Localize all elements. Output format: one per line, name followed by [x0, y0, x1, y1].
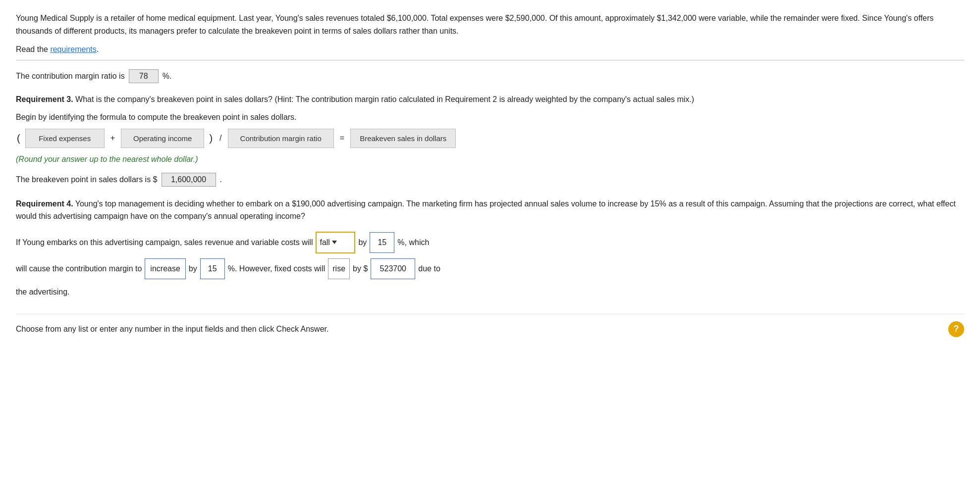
bottom-bar: Choose from any list or enter any number…: [16, 314, 964, 337]
requirements-link[interactable]: requirements: [50, 45, 96, 53]
read-suffix: .: [97, 45, 99, 53]
req4-due-to: due to: [418, 261, 440, 277]
help-label: ?: [954, 324, 959, 334]
req4-percent-suffix2: %. However, fixed costs will: [228, 261, 326, 277]
req4-dollar-input[interactable]: 523700: [371, 258, 415, 279]
fall-dropdown[interactable]: fall: [316, 232, 355, 253]
paren-open: (: [16, 133, 21, 144]
formula-divide: /: [218, 134, 223, 143]
intro-text: Young Medical Supply is a retailer of ho…: [16, 12, 964, 37]
req3-heading: Requirement 3. What is the company's bre…: [16, 93, 964, 106]
req4-percent2-input[interactable]: 15: [200, 258, 225, 279]
formula-contrib-margin-ratio: Contribution margin ratio: [228, 129, 334, 148]
divider: [16, 60, 964, 60]
increase-box[interactable]: increase: [145, 258, 185, 279]
paren-close: ): [208, 133, 214, 144]
req4-line2: will cause the contribution margin to in…: [16, 258, 964, 279]
req4-line1: If Young embarks on this advertising cam…: [16, 232, 964, 253]
formula-operating-income: Operating income: [121, 129, 204, 148]
formula-result: Breakeven sales in dollars: [350, 129, 456, 148]
req4-percent-suffix1: %, which: [397, 235, 429, 250]
req4-bold: Requirement 4.: [16, 200, 73, 208]
req4-heading: Requirement 4. Young's top management is…: [16, 198, 964, 223]
req3-heading-rest: What is the company's breakeven point in…: [73, 95, 695, 103]
breakeven-label: The breakeven point in sales dollars is …: [16, 175, 158, 184]
fall-dropdown-value: fall: [320, 235, 329, 250]
req3-bold: Requirement 3.: [16, 95, 73, 103]
formula-equals: =: [338, 134, 346, 143]
breakeven-value[interactable]: 1,600,000: [162, 173, 216, 187]
formula-plus: +: [109, 134, 117, 143]
breakeven-suffix: .: [220, 175, 222, 184]
formula-fixed-expenses: Fixed expenses: [25, 129, 105, 148]
breakeven-line: The breakeven point in sales dollars is …: [16, 173, 964, 187]
req4-line3: the advertising.: [16, 284, 964, 300]
begin-text: Begin by identifying the formula to comp…: [16, 113, 964, 122]
contrib-margin-label: The contribution margin ratio is: [16, 72, 125, 81]
req4-heading-rest: Young's top management is deciding wheth…: [16, 200, 956, 221]
req4-by-dollar: by $: [353, 261, 368, 277]
contrib-margin-suffix: %.: [163, 72, 172, 81]
round-note: (Round your answer up to the nearest who…: [16, 155, 964, 164]
dropdown-arrow-icon: [332, 241, 337, 244]
req4-percent1-input[interactable]: 15: [370, 232, 394, 253]
rise-box[interactable]: rise: [328, 258, 350, 279]
req4-by1: by: [358, 235, 367, 250]
contrib-margin-line: The contribution margin ratio is 78 %.: [16, 69, 964, 83]
formula-row: ( Fixed expenses + Operating income ) / …: [16, 129, 964, 148]
help-button[interactable]: ?: [948, 321, 964, 337]
contrib-margin-value[interactable]: 78: [129, 69, 159, 83]
read-requirements-line: Read the requirements.: [16, 45, 964, 54]
req4-line1-prefix: If Young embarks on this advertising cam…: [16, 235, 313, 250]
read-prefix: Read the: [16, 45, 50, 53]
bottom-note-text: Choose from any list or enter any number…: [16, 325, 328, 334]
req4-by2: by: [189, 261, 197, 277]
req4-line3-text: the advertising.: [16, 284, 70, 300]
req4-line2-prefix: will cause the contribution margin to: [16, 261, 142, 277]
